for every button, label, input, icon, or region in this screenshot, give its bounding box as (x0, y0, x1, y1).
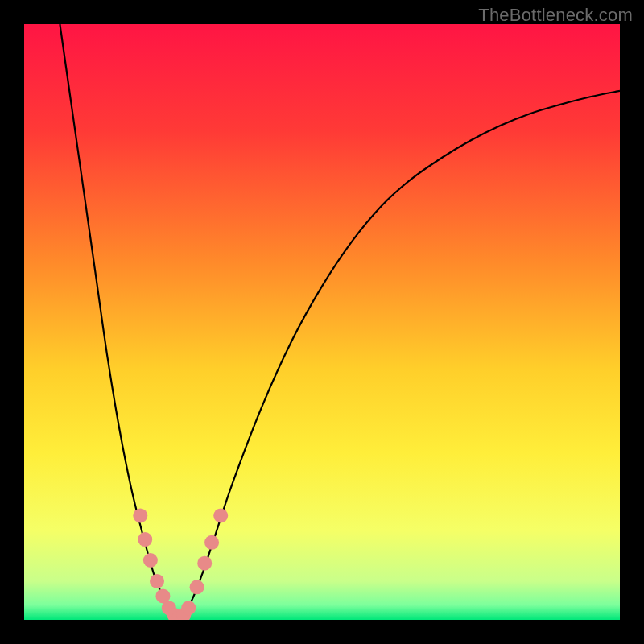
data-marker (181, 601, 196, 615)
chart-frame: TheBottleneck.com (0, 0, 644, 644)
data-marker (190, 580, 204, 594)
data-marker (213, 509, 228, 523)
chart-svg (24, 24, 620, 620)
watermark-text: TheBottleneck.com (478, 5, 633, 26)
left-curve-path (60, 24, 179, 618)
right-curve-path (179, 91, 620, 618)
data-marker (143, 553, 158, 568)
data-marker (197, 556, 212, 571)
plot-area (24, 24, 620, 620)
data-marker (204, 535, 219, 550)
data-marker (138, 532, 152, 547)
data-marker (133, 509, 147, 523)
data-marker (150, 574, 164, 588)
marker-group (133, 509, 228, 621)
